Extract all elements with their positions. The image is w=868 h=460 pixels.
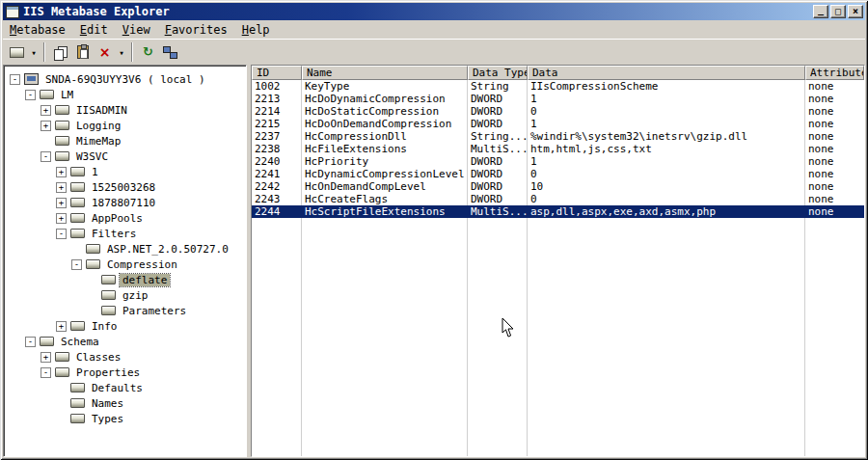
tree-item-filters[interactable]: -Filters — [8, 226, 244, 241]
tree-item-deflate[interactable]: deflate — [8, 272, 244, 287]
dropdown-caret-icon[interactable]: ▼ — [28, 41, 40, 63]
table-row[interactable]: 2215HcDoOnDemandCompressionDWORD1none — [252, 118, 864, 130]
delete-button[interactable]: × — [94, 41, 116, 63]
column-header-id[interactable]: ID — [252, 66, 302, 80]
tree-item-apppools[interactable]: +AppPools — [8, 210, 244, 226]
tree-item-mimemap[interactable]: MimeMap — [8, 133, 244, 149]
expand-icon[interactable]: + — [56, 182, 67, 193]
maximize-button[interactable]: □ — [830, 5, 846, 18]
collapse-icon[interactable]: - — [71, 259, 82, 270]
copy-button[interactable] — [49, 41, 71, 63]
table-row[interactable]: 2237HcCompressionDllString...%windir%\sy… — [252, 130, 864, 143]
column-header-data-type[interactable]: Data Type — [468, 66, 528, 80]
key-icon — [55, 136, 69, 146]
tree-item-defaults[interactable]: Defaults — [8, 380, 244, 395]
tree-item-lm[interactable]: -LM — [8, 87, 244, 102]
tree-item-asp-net-2-0-50727-0[interactable]: ASP.NET_2.0.50727.0 — [8, 241, 244, 257]
tree-item-parameters[interactable]: Parameters — [8, 303, 244, 318]
paste-button[interactable] — [71, 41, 94, 63]
dropdown-caret-icon[interactable]: ▼ — [116, 41, 127, 63]
column-header-data[interactable]: Data — [528, 66, 805, 80]
expand-icon[interactable]: + — [56, 213, 67, 224]
cell-type: DWORD — [468, 105, 528, 118]
expand-icon[interactable]: + — [41, 352, 51, 363]
cell-data: 1 — [528, 118, 805, 130]
collapse-icon[interactable]: - — [41, 367, 51, 378]
tree-item-label: Parameters — [120, 305, 189, 317]
cell-attributes: none — [805, 130, 864, 143]
collapse-icon[interactable]: - — [10, 74, 20, 85]
cell-name: HcScriptFileExtensions — [302, 205, 468, 218]
table-row[interactable]: 2242HcOnDemandCompLevelDWORD10none — [252, 180, 864, 193]
cell-name: HcPriority — [302, 155, 468, 168]
table-row[interactable]: 2240HcPriorityDWORD1none — [252, 155, 864, 168]
tree-item-iisadmin[interactable]: +IISADMIN — [8, 102, 244, 118]
tree-item-1525003268[interactable]: +1525003268 — [8, 179, 244, 195]
cell-data: asp,dll,aspx,exe,axd,asmx,php — [528, 205, 805, 218]
cell-name: HcDoStaticCompression — [302, 105, 468, 118]
title-bar[interactable]: IIS Metabase Explorer _ □ × — [3, 3, 865, 20]
menu-favorites[interactable]: Favorites — [158, 21, 235, 39]
cell-id: 2215 — [252, 118, 302, 130]
collapse-icon[interactable]: - — [25, 337, 36, 347]
minimize-button[interactable]: _ — [813, 5, 828, 18]
key-icon — [70, 414, 85, 423]
tree-item-gzip[interactable]: gzip — [8, 287, 244, 303]
expand-icon[interactable]: + — [56, 321, 67, 332]
expand-icon[interactable]: + — [56, 167, 67, 177]
tree-item-1878807110[interactable]: +1878807110 — [8, 195, 244, 210]
refresh-button[interactable]: ↻ — [137, 41, 159, 63]
menu-edit[interactable]: Edit — [73, 21, 116, 39]
tree-item-info[interactable]: +Info — [8, 318, 244, 334]
tree-item-compression[interactable]: -Compression — [8, 257, 244, 272]
toolbar-separator — [43, 42, 45, 62]
tree-item-types[interactable]: Types — [8, 411, 244, 426]
close-button[interactable]: × — [848, 5, 863, 18]
expand-icon[interactable]: + — [41, 105, 51, 116]
collapse-icon[interactable]: - — [41, 151, 51, 162]
table-row[interactable]: 2241HcDynamicCompressionLevelDWORD0none — [252, 168, 864, 180]
tree-item-properties[interactable]: -Properties — [8, 365, 244, 380]
menu-help[interactable]: Help — [235, 21, 278, 39]
table-row[interactable]: 1002KeyTypeStringIIsCompressionSchemenon… — [252, 80, 864, 93]
collapse-icon[interactable]: - — [25, 90, 36, 100]
tree-item-label: 1525003268 — [89, 181, 158, 194]
cell-type: DWORD — [468, 180, 528, 193]
cell-id: 2240 — [252, 155, 302, 168]
tree-item-classes[interactable]: +Classes — [8, 349, 244, 365]
tree-item-label: 1878807110 — [89, 197, 158, 209]
cell-id: 2214 — [252, 105, 302, 118]
tree-item-label: AppPools — [89, 212, 146, 225]
column-header-attributes[interactable]: Attributes — [805, 66, 864, 80]
cell-id: 1002 — [252, 80, 302, 93]
column-header-name[interactable]: Name — [302, 66, 468, 80]
cell-id: 2241 — [252, 168, 302, 180]
table-row[interactable]: 2244HcScriptFileExtensionsMultiS...asp,d… — [252, 205, 864, 218]
tree-item-schema[interactable]: -Schema — [8, 334, 244, 349]
menu-metabase[interactable]: Metabase — [3, 21, 73, 39]
table-row[interactable]: 2214HcDoStaticCompressionDWORD0none — [252, 105, 864, 118]
main-area: -SNDA-69Q3UYY3V6 ( local )-LM+IISADMIN+L… — [3, 65, 865, 457]
menu-view[interactable]: View — [116, 21, 158, 39]
tree-item-names[interactable]: Names — [8, 395, 244, 411]
table-row[interactable]: 2238HcFileExtensionsMultiS...htm,html,js… — [252, 143, 864, 155]
connect-button[interactable] — [159, 41, 181, 63]
table-row[interactable]: 2243HcCreateFlagsDWORD0none — [252, 193, 864, 205]
tree-item-logging[interactable]: +Logging — [8, 118, 244, 133]
collapse-icon[interactable]: - — [56, 229, 67, 239]
new-key-button[interactable] — [6, 41, 28, 63]
tree-item-snda-69q3uyy3v6-local[interactable]: -SNDA-69Q3UYY3V6 ( local ) — [8, 71, 244, 87]
cell-data: IIsCompressionScheme — [528, 80, 805, 93]
key-icon — [70, 398, 85, 408]
expand-icon[interactable]: + — [56, 198, 67, 208]
cell-attributes: none — [805, 143, 864, 155]
table-row[interactable]: 2213HcDoDynamicCompressionDWORD1none — [252, 93, 864, 105]
new-key-icon — [10, 47, 24, 58]
tree-item-label: Compression — [104, 258, 180, 271]
cell-name: KeyType — [302, 80, 468, 93]
cell-attributes: none — [805, 118, 864, 130]
expand-icon[interactable]: + — [41, 121, 51, 131]
tree-item-w3svc[interactable]: -W3SVC — [8, 149, 244, 164]
tree-item-1[interactable]: +1 — [8, 164, 244, 179]
tree-item-label: ASP.NET_2.0.50727.0 — [104, 243, 231, 256]
